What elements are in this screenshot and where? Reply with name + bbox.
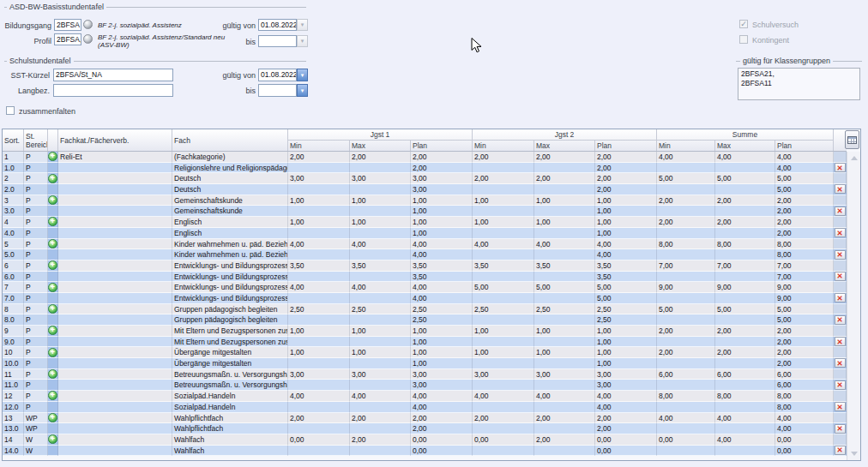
- cell-value[interactable]: 2,00: [473, 413, 534, 424]
- cell-value[interactable]: 1,00: [534, 217, 595, 228]
- cell-value[interactable]: [288, 228, 350, 239]
- cell-value[interactable]: [350, 249, 411, 260]
- cell-fach[interactable]: Gruppen pädagogisch begleiten: [172, 304, 288, 315]
- cell-fachkat[interactable]: [58, 239, 172, 250]
- cell-value[interactable]: 5,00: [534, 282, 595, 293]
- cell-value[interactable]: 2,00: [350, 152, 411, 163]
- cell-value[interactable]: 2,00: [657, 326, 715, 337]
- cell-value[interactable]: 3,00: [411, 380, 473, 391]
- cell-value[interactable]: [350, 228, 411, 239]
- asd-bis-dropdown-icon[interactable]: ▾: [297, 35, 308, 47]
- cell-fachkat[interactable]: [58, 391, 172, 402]
- cell-value[interactable]: 1,00: [288, 326, 350, 337]
- cell-fach[interactable]: Wahlfach: [172, 434, 288, 446]
- cell-st-bereich[interactable]: W: [24, 434, 48, 446]
- cell-value[interactable]: 4,00: [411, 402, 473, 413]
- cell-value[interactable]: 2,00: [534, 173, 595, 184]
- cell-fachkat[interactable]: [58, 326, 172, 337]
- cell-value[interactable]: 2,00: [775, 326, 834, 337]
- cell-fach[interactable]: Wahlfach: [172, 446, 288, 457]
- cell-value[interactable]: [715, 272, 775, 283]
- cell-fach[interactable]: Entwicklungs- und Bildungsprozesse ...: [172, 293, 288, 304]
- cell-value[interactable]: [534, 228, 595, 239]
- cell-fach[interactable]: Kinder wahrnehmen u. päd. Beziehun...: [172, 239, 288, 250]
- cell-value[interactable]: 3,00: [350, 369, 411, 380]
- cell-value[interactable]: 3,00: [534, 369, 595, 380]
- cell-value[interactable]: [657, 228, 715, 239]
- cell-st-bereich[interactable]: P: [24, 304, 48, 315]
- cell-value[interactable]: 0,00: [473, 434, 534, 446]
- cell-value[interactable]: 4,00: [411, 282, 473, 293]
- cell-value[interactable]: 2,00: [595, 413, 657, 424]
- delete-row-button[interactable]: ✕: [835, 163, 846, 172]
- cell-value[interactable]: 2,00: [473, 152, 534, 163]
- cell-value[interactable]: 4,00: [350, 282, 411, 293]
- cell-value[interactable]: 8,00: [775, 402, 834, 413]
- cell-st-bereich[interactable]: P: [24, 282, 48, 293]
- cell-value[interactable]: 5,00: [775, 173, 834, 184]
- cell-value[interactable]: 2,00: [595, 184, 657, 195]
- delete-row-button[interactable]: ✕: [835, 446, 846, 455]
- vertical-scrollbar[interactable]: [847, 152, 860, 460]
- cell-value[interactable]: 5,00: [473, 282, 534, 293]
- table-row[interactable]: 9.0PMit Eltern und Bezugspersonen zusa..…: [3, 337, 847, 348]
- cell-fach[interactable]: Gruppen pädagogisch begleiten: [172, 314, 288, 326]
- cell-fachkat[interactable]: [58, 184, 172, 195]
- cell-fachkat[interactable]: [58, 434, 172, 446]
- add-icon[interactable]: +: [48, 326, 57, 335]
- cell-value[interactable]: 9,00: [775, 282, 834, 293]
- cell-value[interactable]: 2,00: [595, 173, 657, 184]
- delete-row-button[interactable]: ✕: [835, 184, 846, 194]
- cell-value[interactable]: [473, 206, 534, 217]
- cell-value[interactable]: 0,00: [288, 434, 350, 446]
- cell-value[interactable]: 5,00: [775, 304, 834, 315]
- delete-row-button[interactable]: ✕: [835, 424, 846, 434]
- cell-value[interactable]: 2,50: [595, 314, 657, 326]
- cell-fachkat[interactable]: [58, 195, 172, 207]
- cell-value[interactable]: 2,00: [534, 413, 595, 424]
- table-row[interactable]: 13.0WPWahlpflichtfach2,002,004,00✕: [3, 423, 847, 434]
- cell-value[interactable]: [715, 314, 775, 326]
- cell-fachkat[interactable]: [58, 314, 172, 326]
- sst-gueltig-von-dropdown-icon[interactable]: ▾: [297, 69, 308, 81]
- kontingent-checkbox[interactable]: [739, 35, 748, 44]
- cell-value[interactable]: 4,00: [715, 152, 775, 163]
- delete-row-button[interactable]: ✕: [835, 380, 846, 390]
- cell-value[interactable]: 1,00: [411, 347, 473, 358]
- cell-st-bereich[interactable]: P: [24, 402, 48, 413]
- profil-info-icon[interactable]: [83, 34, 93, 44]
- cell-value[interactable]: 1,00: [595, 206, 657, 217]
- cell-fachkat[interactable]: Reli-Et: [58, 152, 172, 163]
- cell-sort[interactable]: 3: [3, 195, 24, 207]
- cell-fach[interactable]: Gemeinschaftskunde: [172, 195, 288, 207]
- table-row[interactable]: 3P+Gemeinschaftskunde1,001,001,001,001,0…: [3, 195, 847, 207]
- cell-value[interactable]: [715, 293, 775, 304]
- cell-value[interactable]: 2,00: [288, 413, 350, 424]
- cell-value[interactable]: [473, 380, 534, 391]
- cell-value[interactable]: 1,00: [411, 228, 473, 239]
- cell-value[interactable]: [657, 380, 715, 391]
- cell-value[interactable]: 2,00: [657, 195, 715, 207]
- cell-fachkat[interactable]: [58, 206, 172, 217]
- cell-st-bereich[interactable]: P: [24, 391, 48, 402]
- cell-fach[interactable]: Betreuungsmaßn. u. Versorgungshan...: [172, 380, 288, 391]
- cell-st-bereich[interactable]: P: [24, 380, 48, 391]
- cell-value[interactable]: 3,00: [411, 184, 473, 195]
- cell-value[interactable]: 3,00: [288, 173, 350, 184]
- table-row[interactable]: 10.0PÜbergänge mitgestalten1,001,002,00✕: [3, 358, 847, 369]
- cell-value[interactable]: 8,00: [715, 239, 775, 250]
- cell-value[interactable]: 7,00: [715, 260, 775, 272]
- cell-st-bereich[interactable]: WP: [24, 423, 48, 434]
- cell-value[interactable]: 1,00: [288, 217, 350, 228]
- cell-value[interactable]: 0,00: [411, 446, 473, 457]
- cell-value[interactable]: [350, 423, 411, 434]
- table-row[interactable]: 7.0PEntwicklungs- und Bildungsprozesse .…: [3, 293, 847, 304]
- add-icon[interactable]: +: [48, 413, 57, 422]
- delete-row-button[interactable]: ✕: [835, 228, 846, 237]
- cell-value[interactable]: [350, 337, 411, 348]
- cell-value[interactable]: [715, 206, 775, 217]
- klassengruppen-listbox[interactable]: 2BFSA21, 2BFSA11: [738, 68, 860, 100]
- cell-value[interactable]: 2,50: [411, 314, 473, 326]
- cell-fachkat[interactable]: [58, 260, 172, 272]
- cell-value[interactable]: [657, 249, 715, 260]
